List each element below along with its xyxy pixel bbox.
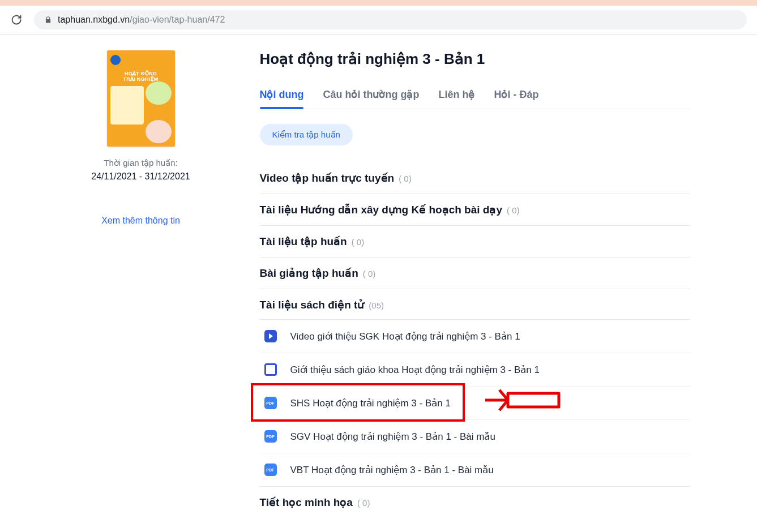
section-training-docs[interactable]: Tài liệu tập huấn ( 0) [260,226,690,258]
main-content: Hoạt động trải nghiệm 3 - Bản 1 Nội dung… [260,50,690,518]
tab-lien-he[interactable]: Liên hệ [438,84,474,109]
resource-item-sgv[interactable]: PDF SGV Hoạt động trải nghiệm 3 - Bản 1 … [260,420,690,453]
section-title: Bài giảng tập huấn [260,267,358,280]
section-count: ( 0) [507,205,520,215]
content-tabs: Nội dung Câu hỏi thường gặp Liên hệ Hỏi … [260,84,690,109]
book-cover-title: HOẠT ĐỘNG TRẢI NGHIỆM [110,71,172,83]
pdf-icon: PDF [264,464,277,476]
section-count: ( 0) [352,237,365,247]
pdf-icon: PDF [264,430,277,443]
resource-list: Video giới thiệu SGK Hoạt động trải nghi… [260,320,690,487]
book-art [110,81,172,143]
resource-title: SGV Hoạt động trải nghiệm 3 - Bản 1 - Bà… [290,431,495,443]
svg-rect-0 [508,393,559,407]
book-logo [110,55,121,65]
section-title: Video tập huấn trực tuyến [260,171,395,185]
resource-title: SHS Hoạt động trải nghiệm 3 - Bản 1 [290,397,451,409]
section-title: Tiết học minh họa [260,496,353,509]
resource-item-vbt[interactable]: PDF VBT Hoạt động trải nghiệm 3 - Bản 1 … [260,453,690,487]
section-video-training[interactable]: Video tập huấn trực tuyến ( 0) [260,162,690,194]
book-cover[interactable]: HOẠT ĐỘNG TRẢI NGHIỆM [107,50,175,147]
address-bar[interactable]: taphuan.nxbgd.vn/giao-vien/tap-huan/472 [34,10,747,29]
section-count: (05) [369,301,384,310]
section-lesson-plan-guide[interactable]: Tài liệu Hướng dẫn xây dựng Kế hoạch bài… [260,194,690,226]
section-ebooks: Tài liệu sách điện tử (05) Video giới th… [260,289,690,487]
slide-icon [264,363,277,376]
annotation-arrow-icon [485,383,570,419]
section-count: ( 0) [363,269,376,278]
tab-noi-dung[interactable]: Nội dung [260,84,304,109]
browser-toolbar: taphuan.nxbgd.vn/giao-vien/tap-huan/472 [0,6,757,35]
test-training-button[interactable]: Kiểm tra tập huấn [260,124,353,145]
pdf-icon: PDF [264,397,277,409]
tab-hoi-dap[interactable]: Hỏi - Đáp [494,84,538,109]
resource-item-book-intro[interactable]: Giới thiệu sách giáo khoa Hoạt động trải… [260,353,690,387]
section-demo-lesson[interactable]: Tiết học minh họa ( 0) [260,487,690,518]
training-time-label: Thời gian tập huấn: [67,158,215,168]
resource-title: Video giới thiệu SGK Hoạt động trải nghi… [290,331,520,342]
reload-button[interactable] [10,14,23,26]
url-domain: taphuan.nxbgd.vn [58,15,130,24]
section-count: ( 0) [357,498,370,508]
section-training-lectures[interactable]: Bài giảng tập huấn ( 0) [260,258,690,289]
resource-item-video-intro[interactable]: Video giới thiệu SGK Hoạt động trải nghi… [260,320,690,353]
play-icon [264,330,277,342]
training-time-value: 24/11/2021 - 31/12/2021 [67,171,215,182]
section-title: Tài liệu sách điện tử [260,298,365,311]
resource-title: VBT Hoạt động trải nghiệm 3 - Bản 1 - Bà… [290,464,494,476]
resource-item-shs[interactable]: PDF SHS Hoạt động trải nghiệm 3 - Bản 1 [260,387,690,420]
lock-icon [44,16,52,24]
section-title: Tài liệu tập huấn [260,235,347,248]
tab-cau-hoi[interactable]: Câu hỏi thường gặp [323,84,419,109]
url-path: /giao-vien/tap-huan/472 [130,15,225,24]
reload-icon [11,14,22,25]
more-info-link[interactable]: Xem thêm thông tin [67,216,215,226]
page-title: Hoạt động trải nghiệm 3 - Bản 1 [260,50,690,68]
resource-title: Giới thiệu sách giáo khoa Hoạt động trải… [290,364,540,376]
sidebar: HOẠT ĐỘNG TRẢI NGHIỆM Thời gian tập huấn… [67,50,215,518]
window-top-strip [0,0,757,6]
url-text: taphuan.nxbgd.vn/giao-vien/tap-huan/472 [58,15,225,25]
section-title: Tài liệu Hướng dẫn xây dựng Kế hoạch bài… [260,203,503,216]
section-count: ( 0) [399,174,412,183]
